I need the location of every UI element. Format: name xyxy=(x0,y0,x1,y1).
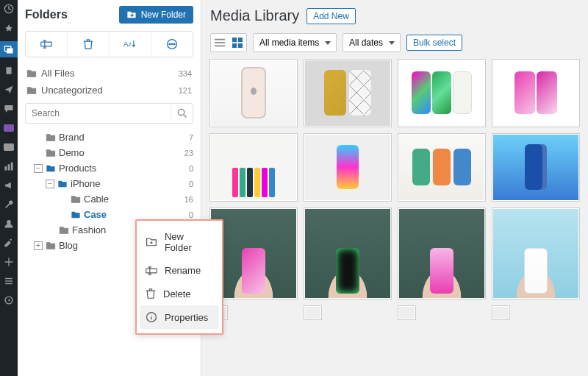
expand-icon[interactable]: + xyxy=(34,241,43,250)
svg-rect-8 xyxy=(11,162,13,170)
rail-collapse-icon[interactable] xyxy=(3,294,15,306)
rail-settings-icon[interactable] xyxy=(3,256,15,268)
sort-tool-icon[interactable]: AZ xyxy=(110,32,151,57)
svg-rect-12 xyxy=(5,278,12,279)
rename-tool-icon[interactable] xyxy=(26,32,68,57)
media-thumb[interactable] xyxy=(398,306,415,319)
svg-rect-34 xyxy=(238,43,243,48)
view-toggle xyxy=(210,33,247,52)
svg-point-22 xyxy=(169,43,171,45)
add-new-button[interactable]: Add New xyxy=(306,8,356,24)
folder-products[interactable]: −Products 0 xyxy=(25,160,193,176)
svg-rect-3 xyxy=(6,67,11,74)
ctx-delete[interactable]: Delete xyxy=(140,282,219,305)
media-thumb[interactable] xyxy=(304,134,391,201)
svg-point-9 xyxy=(7,220,11,224)
new-folder-button-label: New Folder xyxy=(141,10,186,20)
svg-rect-29 xyxy=(215,42,225,43)
folder-search xyxy=(25,103,193,124)
wp-admin-rail xyxy=(0,0,18,376)
rail-megaphone-icon[interactable] xyxy=(3,180,15,191)
folder-cable[interactable]: Cable 16 xyxy=(25,191,193,207)
svg-rect-33 xyxy=(232,43,237,48)
folder-demo[interactable]: Demo 23 xyxy=(25,145,193,160)
svg-point-25 xyxy=(178,109,184,115)
all-files-row[interactable]: All Files 334 xyxy=(25,65,193,82)
all-files-label: All Files xyxy=(41,68,75,79)
folders-title: Folders xyxy=(25,8,68,21)
rail-dashboard-icon[interactable] xyxy=(3,3,15,15)
svg-rect-26 xyxy=(146,269,157,273)
rail-card-icon[interactable] xyxy=(3,141,15,153)
date-filter[interactable]: All dates xyxy=(343,33,401,52)
media-thumb[interactable] xyxy=(398,60,485,127)
rail-users-icon[interactable] xyxy=(3,218,15,230)
media-thumb[interactable] xyxy=(304,306,321,319)
rail-woo-icon[interactable] xyxy=(3,122,15,134)
media-thumb[interactable] xyxy=(304,60,391,127)
media-type-filter[interactable]: All media items xyxy=(253,33,337,52)
uncategorized-count: 121 xyxy=(179,86,192,95)
svg-rect-4 xyxy=(4,124,14,132)
svg-point-24 xyxy=(173,43,175,45)
rail-media-icon[interactable] xyxy=(0,41,18,57)
ctx-new-folder[interactable]: New Folder xyxy=(140,225,219,259)
rail-pages-icon[interactable] xyxy=(3,65,15,77)
media-thumb[interactable] xyxy=(304,208,391,299)
svg-rect-5 xyxy=(4,143,14,151)
media-thumb[interactable] xyxy=(492,134,579,201)
more-tool-icon[interactable] xyxy=(151,32,193,57)
rail-menus-icon[interactable] xyxy=(3,275,15,287)
svg-rect-31 xyxy=(232,38,237,42)
folder-brand[interactable]: Brand 7 xyxy=(25,130,193,145)
media-thumb[interactable] xyxy=(492,60,579,127)
svg-rect-32 xyxy=(238,38,243,42)
folder-search-input[interactable] xyxy=(26,104,171,123)
svg-text:Z: Z xyxy=(129,41,132,48)
bulk-select-button[interactable]: Bulk select xyxy=(406,35,462,51)
rail-comments-icon[interactable] xyxy=(3,103,15,115)
svg-rect-14 xyxy=(5,283,12,284)
svg-point-23 xyxy=(171,43,173,45)
svg-rect-7 xyxy=(8,164,10,170)
folder-context-menu: New Folder Rename Delete Properties xyxy=(135,219,223,335)
folder-toolbar: AZ xyxy=(25,31,193,57)
rail-tools-icon[interactable] xyxy=(3,237,15,249)
media-thumb[interactable] xyxy=(210,60,297,127)
media-thumb[interactable] xyxy=(492,306,509,319)
list-view-icon[interactable] xyxy=(211,34,229,52)
media-thumb[interactable] xyxy=(210,134,297,201)
svg-rect-6 xyxy=(4,166,7,171)
media-library: Media Library Add New All media items Al… xyxy=(201,0,588,376)
new-folder-button[interactable]: New Folder xyxy=(119,6,193,24)
svg-rect-13 xyxy=(5,280,12,281)
collapse-icon[interactable]: − xyxy=(34,164,43,173)
rail-pin-icon[interactable] xyxy=(3,22,15,34)
search-icon[interactable] xyxy=(171,104,193,123)
uncategorized-label: Uncategorized xyxy=(41,85,103,96)
rail-send-icon[interactable] xyxy=(3,84,15,96)
ctx-rename[interactable]: Rename xyxy=(140,259,219,282)
folders-panel: Folders New Folder AZ All Files 334 Unca… xyxy=(18,0,201,376)
svg-rect-30 xyxy=(215,46,225,47)
folder-iphone[interactable]: −iPhone 0 xyxy=(25,176,193,191)
svg-rect-2 xyxy=(7,49,12,54)
svg-rect-18 xyxy=(41,42,52,46)
media-grid xyxy=(210,60,579,319)
media-thumb[interactable] xyxy=(398,134,485,201)
delete-tool-icon[interactable] xyxy=(68,32,110,57)
rail-analytics-icon[interactable] xyxy=(3,160,15,172)
svg-rect-11 xyxy=(8,258,9,266)
collapse-icon[interactable]: − xyxy=(46,180,54,188)
uncategorized-row[interactable]: Uncategorized 121 xyxy=(25,82,193,99)
ctx-properties[interactable]: Properties xyxy=(140,305,219,329)
svg-rect-17 xyxy=(132,14,132,17)
grid-view-icon[interactable] xyxy=(229,34,246,52)
page-title: Media Library xyxy=(210,7,299,24)
rail-wrench-icon[interactable] xyxy=(3,199,15,210)
all-files-count: 334 xyxy=(179,69,192,78)
media-thumb[interactable] xyxy=(492,208,579,299)
svg-rect-28 xyxy=(215,39,225,40)
media-thumb[interactable] xyxy=(398,208,485,299)
